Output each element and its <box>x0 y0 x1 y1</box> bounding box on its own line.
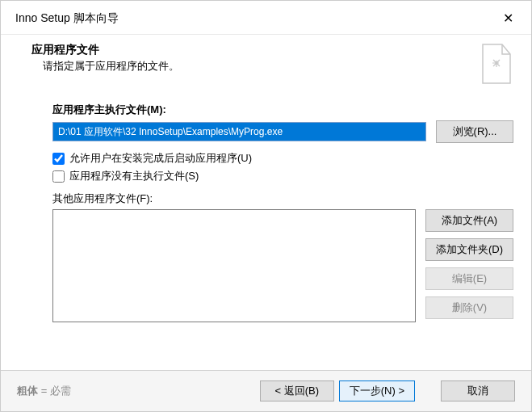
window-title: Inno Setup 脚本向导 <box>15 11 119 26</box>
no-main-exec-checkbox[interactable] <box>52 170 65 183</box>
header-text: 应用程序文件 请指定属于应用程序的文件。 <box>31 43 179 86</box>
header-subtitle: 请指定属于应用程序的文件。 <box>31 59 179 74</box>
back-button[interactable]: < 返回(B) <box>260 380 334 401</box>
titlebar: Inno Setup 脚本向导 ✕ <box>1 1 531 35</box>
close-icon[interactable]: ✕ <box>496 9 520 27</box>
wizard-header: 应用程序文件 请指定属于应用程序的文件。 <box>1 35 531 91</box>
browse-button[interactable]: 浏览(R)... <box>436 120 513 143</box>
add-file-button[interactable]: 添加文件(A) <box>425 209 513 232</box>
no-main-exec-row[interactable]: 应用程序没有主执行文件(S) <box>52 169 513 183</box>
no-main-exec-label: 应用程序没有主执行文件(S) <box>69 169 199 183</box>
remove-button: 删除(V) <box>425 296 513 319</box>
other-files-label: 其他应用程序文件(F): <box>52 191 513 206</box>
footer-divider <box>420 380 436 401</box>
other-files-listbox[interactable] <box>52 209 416 322</box>
allow-launch-row[interactable]: 允许用户在安装完成后启动应用程序(U) <box>52 151 513 166</box>
allow-launch-checkbox[interactable] <box>52 153 65 165</box>
content-panel: 应用程序主执行文件(M): 浏览(R)... 允许用户在安装完成后启动应用程序(… <box>1 91 531 370</box>
edit-button: 编辑(E) <box>425 267 513 290</box>
next-button[interactable]: 下一步(N) > <box>339 380 415 401</box>
cancel-button[interactable]: 取消 <box>441 380 515 401</box>
allow-launch-label: 允许用户在安装完成后启动应用程序(U) <box>69 151 252 166</box>
footer: 粗体 = 必需 < 返回(B) 下一步(N) > 取消 <box>1 370 531 411</box>
header-title: 应用程序文件 <box>31 43 179 57</box>
footer-eq: = 必需 <box>41 385 71 397</box>
main-exec-label: 应用程序主执行文件(M): <box>52 103 513 117</box>
footer-hint: 粗体 = 必需 <box>17 384 260 398</box>
other-files-buttons: 添加文件(A) 添加文件夹(D) 编辑(E) 删除(V) <box>425 209 513 322</box>
footer-buttons: < 返回(B) 下一步(N) > 取消 <box>260 380 515 401</box>
footer-bold-label: 粗体 <box>17 385 38 397</box>
main-exec-input[interactable] <box>52 122 426 141</box>
page-icon <box>478 43 513 86</box>
wizard-window: Inno Setup 脚本向导 ✕ 应用程序文件 请指定属于应用程序的文件。 应… <box>0 0 532 412</box>
main-exec-row: 浏览(R)... <box>52 120 513 143</box>
add-folder-button[interactable]: 添加文件夹(D) <box>425 238 513 261</box>
other-files-row: 添加文件(A) 添加文件夹(D) 编辑(E) 删除(V) <box>52 209 513 322</box>
